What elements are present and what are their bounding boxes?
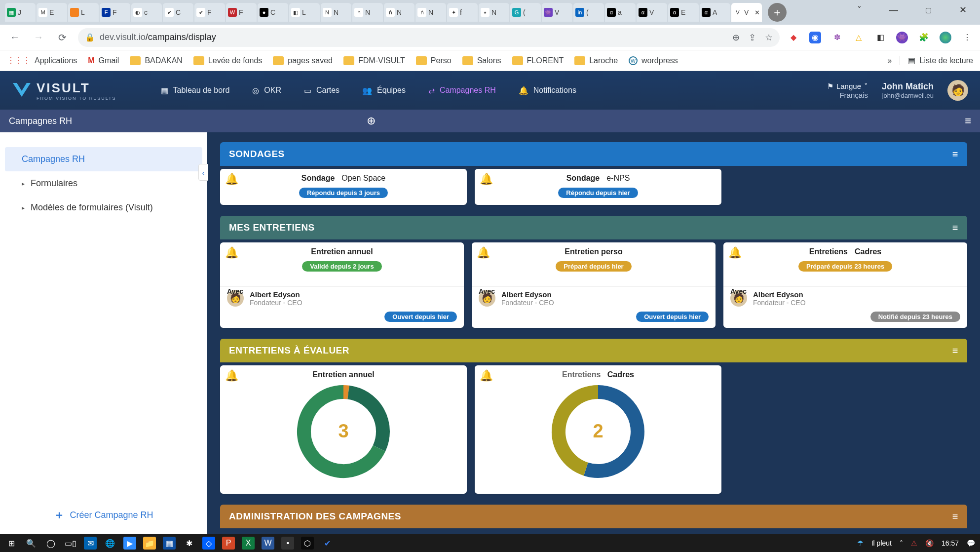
add-button[interactable]: ⊕ (367, 115, 376, 127)
taskbar-outlook-icon[interactable]: ✉ (84, 537, 97, 550)
window-minimize-button[interactable]: — (876, 0, 911, 20)
browser-tab[interactable]: ٭N (479, 3, 509, 22)
share-icon[interactable]: ⇪ (749, 32, 756, 43)
sidebar-item[interactable]: ▸Formulaires (0, 171, 207, 196)
ext-icon-alien[interactable]: 👾 (896, 32, 908, 43)
browser-tab[interactable]: ✔F (194, 3, 225, 22)
bookmark-item[interactable]: FDM-VISULT (343, 56, 405, 65)
bookmark-apps[interactable]: ⋮⋮⋮ Applications (7, 56, 77, 65)
ext-icon-purple[interactable]: ✽ (831, 32, 843, 43)
taskbar-taskview-icon[interactable]: ▭▯ (64, 537, 77, 550)
browser-tab[interactable]: VV✕ (731, 3, 762, 22)
nav-okr[interactable]: ◎ OKR (252, 86, 281, 95)
window-close-button[interactable]: ✕ (945, 0, 980, 20)
new-tab-button[interactable]: ＋ (768, 3, 787, 22)
nav-forward-button[interactable]: → (31, 30, 46, 45)
section-menu-icon[interactable]: ≡ (952, 511, 958, 522)
section-header-entretiens[interactable]: MES ENTRETIENS ≡ (220, 216, 967, 239)
section-header-evaluer[interactable]: ENTRETIENS À ÉVALUER ≡ (220, 339, 967, 362)
bookmark-item[interactable]: Salons (462, 56, 501, 65)
user-menu[interactable]: John Matich john@darnwell.eu (882, 81, 934, 99)
browser-tab[interactable]: ME (37, 3, 67, 22)
taskbar-chrome-icon[interactable]: 🌐 (104, 537, 116, 550)
taskbar-check-icon[interactable]: ✔ (321, 537, 334, 550)
browser-tab[interactable]: ✦f (447, 3, 478, 22)
taskbar-cortana-icon[interactable]: ◯ (44, 537, 57, 550)
browser-tab[interactable]: ṅN (415, 3, 446, 22)
evaluer-card[interactable]: 🔔 Entretien annuel 3 (220, 365, 467, 494)
taskbar-search-icon[interactable]: 🔍 (25, 537, 38, 550)
bookmark-item[interactable]: FLORENT (512, 56, 564, 65)
browser-tab[interactable]: G( (510, 3, 541, 22)
nav-back-button[interactable]: ← (7, 30, 23, 45)
taskbar-slack-icon[interactable]: ✱ (183, 537, 195, 550)
browser-menu-icon[interactable]: ⋮ (961, 32, 973, 43)
browser-tab[interactable]: ◧L (289, 3, 320, 22)
browser-tab[interactable]: ◐c (131, 3, 162, 22)
sidebar-item[interactable]: Campagnes RH (5, 147, 202, 171)
profile-avatar-icon[interactable] (940, 32, 951, 43)
bookmark-item[interactable]: BADAKAN (130, 56, 182, 65)
nav-campaigns[interactable]: ⇄ Campagnes RH (428, 86, 496, 95)
bookmark-item[interactable]: pages saved (273, 56, 333, 65)
section-menu-icon[interactable]: ≡ (952, 149, 958, 160)
browser-tab[interactable]: ▦J (5, 3, 36, 22)
ext-icon-square[interactable]: ◧ (874, 32, 886, 43)
nav-reload-button[interactable]: ⟳ (54, 30, 70, 45)
user-avatar[interactable]: 🧑 (947, 80, 968, 101)
close-icon[interactable]: ✕ (754, 9, 760, 16)
taskbar-zoom-icon[interactable]: ▶ (123, 537, 136, 550)
weather-icon[interactable]: ☂ (857, 539, 864, 547)
sidebar-item[interactable]: ▸Modèles de formulaires (Visult) (0, 196, 207, 220)
browser-tab[interactable]: αA (700, 3, 730, 22)
window-maximize-button[interactable]: ▢ (911, 0, 945, 20)
start-button[interactable]: ⊞ (5, 537, 18, 550)
browser-tab[interactable]: 👾V (542, 3, 572, 22)
language-switcher[interactable]: ⚑ Langue ˅ Français (827, 82, 868, 99)
browser-tab[interactable]: in( (573, 3, 604, 22)
evaluer-card[interactable]: 🔔 Entretiens Cadres 2 (475, 365, 721, 494)
browser-tab[interactable]: ✔C (163, 3, 193, 22)
taskbar-powerpoint-icon[interactable]: P (222, 537, 235, 550)
sondage-card[interactable]: 🔔 SondageOpen Space Répondu depuis 3 jou… (220, 169, 467, 205)
entretien-card[interactable]: 🔔 Entretien perso Préparé depuis hier Av… (472, 242, 716, 328)
reading-list-button[interactable]: ▤ Liste de lecture (900, 56, 973, 65)
browser-tab[interactable]: ●C (258, 3, 288, 22)
tray-network-icon[interactable]: ⚠ (911, 539, 917, 547)
ext-icon-ublock[interactable]: ◆ (788, 32, 799, 43)
browser-tab[interactable]: WF (226, 3, 257, 22)
taskbar-hex-icon[interactable]: ⬡ (301, 537, 314, 550)
section-header-sondages[interactable]: SONDAGES ≡ (220, 142, 967, 166)
create-campaign-button[interactable]: ＋ Créer Campagne RH (0, 499, 207, 534)
browser-tab[interactable]: L (68, 3, 99, 22)
entretien-card[interactable]: 🔔 EntretiensCadres Préparé depuis 23 heu… (723, 242, 967, 328)
bookmark-item[interactable]: Perso (416, 56, 452, 65)
brand-logo[interactable]: VISULT FROM VISION TO RESULTS (12, 80, 116, 101)
subheader-menu-icon[interactable]: ≡ (965, 115, 971, 127)
browser-tab[interactable]: ṅN (384, 3, 415, 22)
nav-teams[interactable]: 👥 Équipes (362, 86, 406, 95)
ext-icon-puzzle[interactable]: 🧩 (918, 32, 930, 43)
bookmark-overflow[interactable]: » (888, 56, 892, 65)
sidebar-collapse-button[interactable]: ‹ (198, 164, 208, 181)
taskbar-calculator-icon[interactable]: ▦ (163, 537, 176, 550)
bookmark-item[interactable]: MGmail (88, 56, 119, 65)
taskbar-dropbox-icon[interactable]: ◇ (202, 537, 215, 550)
section-menu-icon[interactable]: ≡ (952, 222, 958, 234)
bookmark-item[interactable]: Laroche (574, 56, 618, 65)
ext-icon-blue[interactable]: ◉ (809, 32, 821, 43)
bookmark-item[interactable]: Wwordpress (629, 56, 678, 65)
nav-cards[interactable]: ▭ Cartes (304, 86, 339, 95)
taskbar-app-icon[interactable]: ▪ (281, 537, 294, 550)
browser-tab[interactable]: αV (637, 3, 667, 22)
browser-tab[interactable]: FF (100, 3, 130, 22)
section-header-admin[interactable]: ADMINISTRATION DES CAMPAGNES ≡ (220, 505, 967, 528)
browser-tab[interactable]: ṅN (352, 3, 383, 22)
bookmark-item[interactable]: Levée de fonds (193, 56, 262, 65)
tray-notifications-icon[interactable]: 💬 (967, 539, 975, 547)
ext-icon-drive[interactable]: △ (853, 32, 865, 43)
sondage-card[interactable]: 🔔 Sondagee-NPS Répondu depuis hier (475, 169, 721, 205)
star-icon[interactable]: ☆ (765, 32, 773, 43)
section-menu-icon[interactable]: ≡ (952, 345, 958, 356)
browser-tab[interactable]: NN (321, 3, 351, 22)
